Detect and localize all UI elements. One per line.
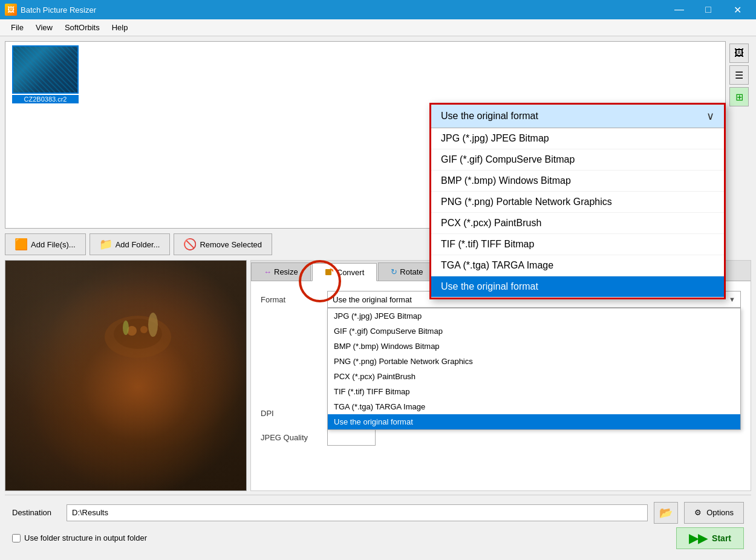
start-button[interactable]: ▶▶ Start <box>676 527 744 549</box>
options-label: Options <box>706 508 734 517</box>
large-option-original[interactable]: Use the original format <box>431 276 724 298</box>
svg-point-3 <box>140 326 148 333</box>
tab-resize[interactable]: ↔ Resize <box>251 262 311 281</box>
add-files-icon: 🟧 <box>15 238 27 250</box>
large-dropdown-header[interactable]: Use the original format ∨ <box>431 105 724 128</box>
large-option-tga[interactable]: TGA (*.tga) TARGA Image <box>431 255 724 276</box>
food-overlay <box>5 261 246 490</box>
format-dropdown-list: JPG (*.jpg) JPEG Bitmap GIF (*.gif) Comp… <box>327 308 741 430</box>
grid-view-button[interactable]: ⊞ <box>729 87 749 106</box>
remove-selected-label: Remove Selected <box>200 240 262 249</box>
format-label: Format <box>261 295 321 304</box>
food-svg <box>102 307 174 361</box>
preview-panel <box>5 260 247 491</box>
add-folder-button[interactable]: 📁 Add Folder... <box>90 233 171 255</box>
add-files-button[interactable]: 🟧 Add File(s)... <box>5 233 86 255</box>
resize-icon: ↔ <box>264 267 272 276</box>
file-item[interactable]: CZ2B0383.cr2 <box>9 45 82 103</box>
large-dropdown-chevron: ∨ <box>706 109 714 123</box>
svg-point-5 <box>123 321 129 335</box>
format-option-png[interactable]: PNG (*.png) Portable Network Graphics <box>328 354 740 369</box>
browse-icon: 📂 <box>659 506 673 519</box>
list-icon: ☰ <box>735 70 743 81</box>
app-icon: 🖼 <box>5 4 17 16</box>
large-option-gif[interactable]: GIF (*.gif) CompuServe Bitmap <box>431 149 724 171</box>
format-option-jpg[interactable]: JPG (*.jpg) JPEG Bitmap <box>328 308 740 324</box>
menu-file[interactable]: File <box>5 21 30 34</box>
destination-input[interactable] <box>67 504 648 521</box>
window-controls: — □ ✕ <box>665 0 751 19</box>
large-option-png[interactable]: PNG (*.png) Portable Network Graphics <box>431 192 724 213</box>
large-format-dropdown: Use the original format ∨ JPG (*.jpg) JP… <box>429 103 726 299</box>
large-option-jpg[interactable]: JPG (*.jpg) JPEG Bitmap <box>431 128 724 149</box>
gallery-icon: 🖼 <box>734 48 744 59</box>
settings-content: Format Use the original format ▼ JPG (*.… <box>251 281 751 490</box>
bottom-actions-row: Use folder structure in output folder ▶▶… <box>12 527 744 549</box>
options-button[interactable]: ⚙ Options <box>684 502 744 524</box>
close-button[interactable]: ✕ <box>723 0 751 19</box>
maximize-button[interactable]: □ <box>694 0 722 19</box>
format-selected-text: Use the original format <box>333 295 412 304</box>
grid-icon: ⊞ <box>735 91 743 103</box>
large-dropdown-selected-text: Use the original format <box>441 111 538 122</box>
add-folder-icon: 📁 <box>100 238 112 250</box>
remove-selected-button[interactable]: 🚫 Remove Selected <box>174 233 272 255</box>
menu-softorbits[interactable]: SoftOrbits <box>59 21 106 34</box>
menubar: File View SoftOrbits Help <box>0 19 756 36</box>
list-view-button[interactable]: ☰ <box>729 65 749 85</box>
bottom-bar: Destination 📂 ⚙ Options Use folder struc… <box>5 495 751 555</box>
jpeg-quality-input[interactable] <box>327 429 376 446</box>
file-label: CZ2B0383.cr2 <box>12 95 79 103</box>
large-option-pcx[interactable]: PCX (*.pcx) PaintBrush <box>431 213 724 234</box>
destination-label: Destination <box>12 508 60 517</box>
folder-structure-label: Use folder structure in output folder <box>24 533 147 542</box>
gallery-view-button[interactable]: 🖼 <box>729 44 749 63</box>
jpeg-quality-label: JPEG Quality <box>261 433 321 442</box>
rotate-icon: ↻ <box>391 267 397 276</box>
folder-structure-checkbox[interactable] <box>12 534 21 542</box>
svg-point-4 <box>148 313 158 337</box>
format-option-gif[interactable]: GIF (*.gif) CompuServe Bitmap <box>328 324 740 339</box>
right-sidebar: 🖼 ☰ ⊞ <box>729 41 751 229</box>
format-option-tif[interactable]: TIF (*.tif) TIFF Bitmap <box>328 384 740 399</box>
convert-icon <box>325 267 334 278</box>
minimize-button[interactable]: — <box>665 0 693 19</box>
menu-view[interactable]: View <box>30 21 59 34</box>
tab-resize-label: Resize <box>274 267 298 276</box>
titlebar: 🖼 Batch Picture Resizer — □ ✕ <box>0 0 756 19</box>
format-option-pcx[interactable]: PCX (*.pcx) PaintBrush <box>328 369 740 384</box>
jpeg-quality-row: JPEG Quality <box>261 429 741 446</box>
tab-rotate[interactable]: ↻ Rotate <box>378 262 435 281</box>
start-label: Start <box>712 533 731 543</box>
tab-rotate-label: Rotate <box>400 267 423 276</box>
browse-button[interactable]: 📂 <box>654 502 678 524</box>
menu-help[interactable]: Help <box>106 21 134 34</box>
format-option-tga[interactable]: TGA (*.tga) TARGA Image <box>328 399 740 414</box>
format-option-bmp[interactable]: BMP (*.bmp) Windows Bitmap <box>328 339 740 354</box>
app-title: Batch Picture Resizer <box>21 5 665 15</box>
start-icon: ▶▶ <box>689 531 707 545</box>
add-files-label: Add File(s)... <box>31 240 76 249</box>
folder-structure-row: Use folder structure in output folder <box>12 533 147 542</box>
add-folder-label: Add Folder... <box>116 240 160 249</box>
large-option-tif[interactable]: TIF (*.tif) TIFF Bitmap <box>431 234 724 255</box>
gear-icon: ⚙ <box>694 508 702 517</box>
format-dropdown-arrow: ▼ <box>729 296 735 303</box>
tab-convert[interactable]: Convert <box>312 263 377 281</box>
large-option-bmp[interactable]: BMP (*.bmp) Windows Bitmap <box>431 171 724 192</box>
dpi-label: DPI <box>261 409 321 418</box>
file-thumbnail <box>12 45 79 94</box>
format-option-original[interactable]: Use the original format <box>328 414 740 429</box>
svg-rect-6 <box>325 269 331 275</box>
thumbnail-image <box>13 47 77 93</box>
tab-convert-label: Convert <box>337 268 365 277</box>
destination-row: Destination 📂 ⚙ Options <box>12 502 744 524</box>
remove-icon: 🚫 <box>184 238 196 250</box>
